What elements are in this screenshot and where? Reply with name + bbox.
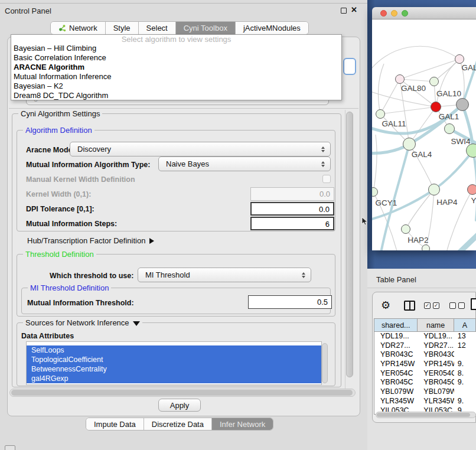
- table-panel-title: Table Panel: [376, 275, 416, 284]
- table-row[interactable]: YER054CYER054C8.: [374, 369, 476, 379]
- tab-network[interactable]: Network: [51, 22, 106, 34]
- algorithm-option[interactable]: Dream8 DC_TDC Algorithm: [11, 91, 341, 100]
- table-row[interactable]: YLR345WYLR345W9.: [374, 397, 476, 406]
- network-canvas[interactable]: GALGAL80GAL10GAL1GAL11SWI4GAL4GCY1HAP4YH…: [372, 19, 476, 250]
- aracne-mode-value: Discovery: [77, 145, 111, 154]
- zoom-traffic-light-icon[interactable]: [402, 10, 408, 17]
- float-window-icon[interactable]: [341, 8, 347, 14]
- unchecked-checkbox-icon[interactable]: [458, 302, 465, 309]
- kernel-width-field[interactable]: 0.0: [250, 187, 334, 201]
- algorithm-option[interactable]: ARACNE Algorithm: [11, 63, 341, 72]
- attribute-list-item[interactable]: SelfLoops: [27, 345, 321, 355]
- mi-type-combo[interactable]: Naive Bayes: [158, 156, 331, 171]
- column-header-clipped[interactable]: A: [454, 319, 476, 332]
- sources-group-title[interactable]: Sources for Network Inference: [23, 318, 142, 327]
- network-node[interactable]: [431, 102, 441, 112]
- tab-jactivemnodules[interactable]: jActiveMNodules: [236, 22, 308, 34]
- attribute-list-item[interactable]: TopologicalCoefficient: [27, 355, 321, 364]
- network-node[interactable]: [372, 187, 378, 197]
- tab-select[interactable]: Select: [139, 22, 176, 34]
- algorithm-dropdown-list: Bayesian – Hill ClimbingBasic Correlatio…: [11, 44, 341, 100]
- data-attributes-label: Data Attributes: [21, 332, 74, 340]
- minimized-panel-icon[interactable]: [5, 445, 15, 450]
- table-cell: YPR145W: [374, 360, 418, 369]
- algorithm-option[interactable]: Bayesian – K2: [11, 81, 341, 91]
- network-node[interactable]: [467, 184, 476, 195]
- network-node[interactable]: [429, 77, 439, 86]
- mi-threshold-field[interactable]: 0.5: [248, 295, 332, 309]
- aracne-mode-combo[interactable]: Discovery: [70, 142, 331, 156]
- minimize-traffic-light-icon[interactable]: [391, 10, 397, 17]
- network-window-titlebar[interactable]: [372, 7, 476, 19]
- network-node-label: HAP2: [407, 236, 428, 244]
- checked-checkbox-icon[interactable]: ✓: [433, 302, 439, 309]
- network-node[interactable]: [466, 144, 476, 158]
- table-cell: 8.: [454, 369, 476, 379]
- network-node-label: GCY1: [376, 198, 397, 207]
- table-row[interactable]: YPR145WYPR145W9.: [374, 360, 476, 369]
- settings-hscroll-thumb[interactable]: [11, 390, 353, 396]
- column-header-shared-name[interactable]: shared...: [374, 319, 418, 332]
- aracne-mode-label: Aracne Mode:: [26, 146, 75, 154]
- table-row[interactable]: YBR043CYBR043C: [374, 350, 476, 360]
- mouse-cursor: [361, 217, 369, 226]
- inference-algorithm-combo-fragment[interactable]: [343, 58, 356, 75]
- table-row[interactable]: YBR045CYBR045C9.: [374, 378, 476, 387]
- hub-definition-toggle[interactable]: Hub/Transcription Factor Definition: [27, 236, 154, 245]
- gear-icon[interactable]: ⚙: [381, 299, 390, 312]
- attribute-list-item[interactable]: gal4RGexp: [27, 374, 321, 383]
- network-node-label: GAL4: [412, 150, 432, 159]
- table-row[interactable]: YDL19...YDL19...13: [374, 332, 476, 341]
- control-panel-tabbar: Network Style Select Cyni Toolbox jActiv…: [50, 21, 309, 35]
- collapse-down-icon: [133, 321, 140, 326]
- apply-button[interactable]: Apply: [158, 399, 201, 412]
- dpi-tolerance-field[interactable]: 0.0: [250, 202, 334, 216]
- screen: Control Panel ✕ Network Style Select Cyn…: [0, 0, 476, 450]
- network-node[interactable]: [395, 74, 405, 84]
- network-node[interactable]: [401, 224, 410, 234]
- close-icon[interactable]: ✕: [351, 5, 357, 14]
- control-panel-title: Control Panel: [5, 6, 51, 15]
- table-cell: [454, 387, 476, 397]
- network-node[interactable]: [403, 138, 416, 151]
- split-columns-icon[interactable]: [404, 301, 415, 311]
- network-node[interactable]: [444, 123, 455, 134]
- table-row[interactable]: YDR27...YDR27...12: [374, 341, 476, 351]
- tab-cyni-toolbox[interactable]: Cyni Toolbox: [176, 22, 236, 34]
- algorithm-option[interactable]: Bayesian – Hill Climbing: [11, 44, 341, 53]
- tab-infer-network[interactable]: Infer Network: [212, 418, 273, 430]
- attribute-list-scrollbar[interactable]: [322, 343, 328, 383]
- network-node-label: Y: [471, 196, 476, 205]
- checked-checkbox-icon[interactable]: ✓: [424, 302, 431, 309]
- close-traffic-light-icon[interactable]: [380, 10, 387, 17]
- unchecked-checkbox-icon[interactable]: [449, 302, 456, 309]
- table-cell: YER054C: [374, 369, 418, 379]
- column-header-name[interactable]: name: [418, 319, 454, 332]
- table-cell: YBR043C: [418, 350, 454, 360]
- network-node[interactable]: [456, 98, 469, 111]
- table-header-row: shared... name A: [374, 319, 476, 332]
- which-threshold-combo[interactable]: MI Threshold: [138, 268, 311, 282]
- attribute-list-item[interactable]: BetweennessCentrality: [27, 364, 321, 374]
- manual-kernel-checkbox[interactable]: [322, 175, 331, 183]
- network-node[interactable]: [376, 109, 385, 119]
- data-attributes-list[interactable]: SelfLoopsTopologicalCoefficientBetweenne…: [26, 341, 322, 385]
- network-node[interactable]: [428, 184, 440, 195]
- panel-top-border: [0, 3, 367, 4]
- tab-style[interactable]: Style: [106, 22, 139, 34]
- tab-impute-data[interactable]: Impute Data: [86, 418, 144, 430]
- document-icon[interactable]: [471, 298, 476, 310]
- table-hscroll-thumb[interactable]: [377, 413, 470, 417]
- mi-steps-field[interactable]: 6: [250, 217, 334, 230]
- settings-vscroll-thumb[interactable]: [346, 112, 353, 377]
- expand-right-icon: [149, 238, 154, 244]
- algorithm-dropdown-placeholder: Select algorithm to view settings: [11, 35, 341, 44]
- network-window[interactable]: GALGAL80GAL10GAL1GAL11SWI4GAL4GCY1HAP4YH…: [372, 7, 476, 250]
- spinner-arrows-icon: [302, 272, 305, 278]
- algorithm-option[interactable]: Basic Correlation Inference: [11, 53, 341, 63]
- network-node[interactable]: [422, 244, 430, 250]
- table-row[interactable]: YBL079WYBL079W: [374, 387, 476, 397]
- algorithm-option[interactable]: Mutual Information Inference: [11, 72, 341, 81]
- table-cell: YDR27...: [374, 341, 418, 351]
- tab-discretize-data[interactable]: Discretize Data: [144, 418, 212, 430]
